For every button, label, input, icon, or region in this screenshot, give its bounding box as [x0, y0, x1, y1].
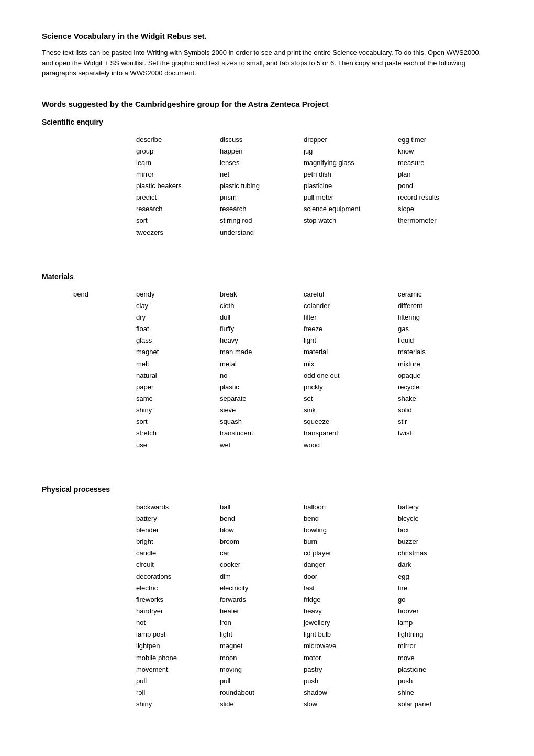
word-item: twist [398, 428, 482, 439]
word-item: predict [136, 192, 220, 203]
word-item: bowling [304, 525, 398, 535]
word-item: buzzer [398, 536, 482, 547]
word-item: hoover [398, 606, 482, 617]
word-item: heater [220, 606, 304, 617]
word-item: danger [304, 560, 398, 570]
word-item: fluffy [220, 324, 304, 334]
word-item: mirror [136, 169, 220, 180]
word-item: plastic tubing [220, 181, 304, 191]
word-item: bend [73, 289, 136, 300]
word-item: clay [136, 301, 220, 311]
word-item: roll [136, 687, 220, 698]
word-item: plastic beakers [136, 181, 220, 191]
word-item: shiny [136, 405, 220, 415]
word-grid-2: backwardsbatteryblenderbrightcandlecircu… [136, 502, 492, 710]
word-col-1-3: carefulcolanderfilterfreezelightmaterial… [304, 289, 398, 451]
word-item: motor [304, 653, 398, 663]
word-item: car [220, 548, 304, 558]
section-2: Physical processesbackwardsbatteryblende… [42, 485, 492, 726]
word-col-1-0: bend [73, 289, 136, 451]
word-item: shake [398, 393, 482, 404]
word-item: move [398, 653, 482, 663]
word-item: heavy [220, 335, 304, 346]
word-item: dim [220, 572, 304, 582]
word-item: wood [304, 440, 398, 451]
word-item: lamp [398, 618, 482, 628]
word-item: sink [304, 405, 398, 415]
word-item: light [220, 629, 304, 640]
word-item: door [304, 572, 398, 582]
word-item: learn [136, 158, 220, 168]
word-col-2-1: backwardsbatteryblenderbrightcandlecircu… [136, 502, 220, 710]
word-item: dropper [304, 135, 398, 145]
word-item: no [220, 370, 304, 381]
word-item: same [136, 393, 220, 404]
word-col-0-4: egg timerknowmeasureplanpondrecord resul… [398, 135, 482, 238]
word-item: pull [136, 676, 220, 686]
word-item: blow [220, 525, 304, 535]
word-item: know [398, 146, 482, 157]
word-item: filtering [398, 312, 482, 323]
word-item: plan [398, 169, 482, 180]
word-item: bend [220, 513, 304, 524]
section-label-1: Materials [42, 272, 492, 281]
word-item: careful [304, 289, 398, 300]
word-item: magnet [220, 641, 304, 651]
word-item: colander [304, 301, 398, 311]
section-heading: Words suggested by the Cambridgeshire gr… [42, 100, 492, 108]
word-item: pastry [304, 664, 398, 675]
word-item: shadow [304, 687, 398, 698]
word-col-2-3: balloonbendbowlingburncd playerdangerdoo… [304, 502, 398, 710]
word-item: mirror [398, 641, 482, 651]
word-item: battery [136, 513, 220, 524]
word-item: blender [136, 525, 220, 535]
intro-paragraph: These text lists can be pasted into Writ… [42, 48, 492, 79]
word-item: squeeze [304, 417, 398, 427]
word-item: freeze [304, 324, 398, 334]
word-item: understand [220, 227, 304, 238]
word-item: push [398, 676, 482, 686]
word-item: pull [220, 676, 304, 686]
word-item: mix [304, 359, 398, 369]
word-item: set [304, 393, 398, 404]
word-item: electricity [220, 583, 304, 594]
word-col-2-4: batterybicycleboxbuzzerchristmasdarkeggf… [398, 502, 482, 710]
word-item: record results [398, 192, 482, 203]
word-item: float [136, 324, 220, 334]
word-item: push [304, 676, 398, 686]
word-item: paper [136, 382, 220, 392]
word-grid-0: describegrouplearnmirrorplastic beakersp… [136, 135, 492, 238]
word-item: solid [398, 405, 482, 415]
word-item: sort [136, 417, 220, 427]
word-item: fridge [304, 595, 398, 605]
word-item: microwave [304, 641, 398, 651]
word-item: broom [220, 536, 304, 547]
word-item: solar panel [398, 699, 482, 709]
word-item: plasticine [398, 664, 482, 675]
word-col-1-4: ceramicdifferentfilteringgasliquidmateri… [398, 289, 482, 451]
section-label-2: Physical processes [42, 485, 492, 494]
word-item: opaque [398, 370, 482, 381]
word-item: moon [220, 653, 304, 663]
word-item: light bulb [304, 629, 398, 640]
section-0: Scientific enquirydescribegrouplearnmirr… [42, 118, 492, 254]
word-item: research [220, 204, 304, 214]
word-item: separate [220, 393, 304, 404]
word-item: egg [398, 572, 482, 582]
word-item: lamp post [136, 629, 220, 640]
word-item: ceramic [398, 289, 482, 300]
word-item: liquid [398, 335, 482, 346]
word-item: recycle [398, 382, 482, 392]
page-title: Science Vocabulary in the Widgit Rebus s… [42, 31, 492, 40]
word-item: bicycle [398, 513, 482, 524]
word-item: transparent [304, 428, 398, 439]
word-col-0-2: discusshappenlensesnetplastic tubingpris… [220, 135, 304, 238]
word-item: stirring rod [220, 215, 304, 226]
word-item: group [136, 146, 220, 157]
word-item: filter [304, 312, 398, 323]
word-item: christmas [398, 548, 482, 558]
word-item: plastic [220, 382, 304, 392]
word-col-0-1: describegrouplearnmirrorplastic beakersp… [136, 135, 220, 238]
word-item: magnet [136, 347, 220, 357]
word-item: fire [398, 583, 482, 594]
